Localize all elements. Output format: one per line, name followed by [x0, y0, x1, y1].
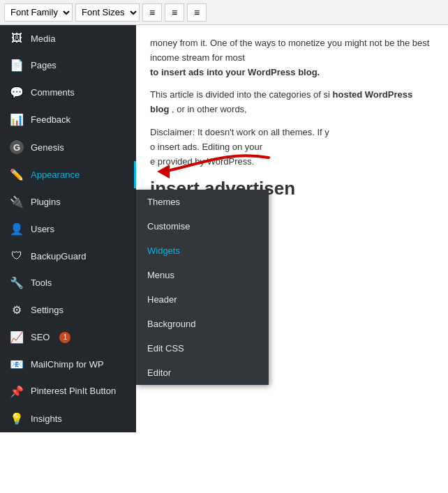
- align-left-button[interactable]: ≡: [142, 3, 162, 22]
- backupguard-icon: 🛡: [10, 250, 24, 262]
- users-icon: 👤: [10, 222, 24, 236]
- sidebar-item-insights[interactable]: 💡 Insights: [0, 405, 136, 432]
- submenu-background[interactable]: Background: [136, 312, 269, 336]
- appearance-submenu: Themes Customise Widgets Menus Header Ba…: [136, 190, 269, 385]
- sidebar-item-appearance[interactable]: ✏️ Appearance: [0, 161, 136, 188]
- sidebar-item-settings[interactable]: ⚙ Settings: [0, 296, 136, 324]
- font-family-select[interactable]: Font Family: [4, 3, 73, 22]
- sidebar-item-label: MailChimp for WP: [31, 359, 104, 370]
- sidebar-item-pages[interactable]: 📄 Pages: [0, 52, 136, 79]
- pinterest-icon: 📌: [10, 385, 24, 398]
- submenu-themes[interactable]: Themes: [136, 190, 269, 214]
- sidebar-item-label: SEO: [31, 332, 50, 342]
- content-para2: This article is divided into the categor…: [150, 88, 434, 117]
- sidebar-item-label: Pinterest PinIt Button: [31, 386, 116, 397]
- sidebar-wrapper: 🖼 Media 📄 Pages 💬 Comments 📊 Feedback G …: [0, 25, 136, 493]
- submenu-editor[interactable]: Editor: [136, 361, 269, 385]
- font-sizes-select[interactable]: Font Sizes: [75, 3, 140, 22]
- submenu-edit-css[interactable]: Edit CSS: [136, 336, 269, 361]
- sidebar-item-tools[interactable]: 🔧 Tools: [0, 269, 136, 296]
- sidebar-item-seo[interactable]: 📈 SEO 1: [0, 324, 136, 351]
- sidebar-item-label: Media: [31, 33, 55, 44]
- sidebar-item-label: Tools: [31, 278, 52, 288]
- sidebar-item-label: Users: [31, 224, 54, 234]
- plugins-icon: 🔌: [10, 195, 24, 208]
- seo-icon: 📈: [10, 331, 24, 344]
- sidebar: 🖼 Media 📄 Pages 💬 Comments 📊 Feedback G …: [0, 25, 136, 432]
- submenu-widgets[interactable]: Widgets: [136, 238, 269, 263]
- content-para1: money from it. One of the ways to moneti…: [150, 36, 434, 79]
- genesis-icon: G: [10, 140, 24, 154]
- feedback-icon: 📊: [10, 113, 24, 126]
- sidebar-item-backupguard[interactable]: 🛡 BackupGuard: [0, 243, 136, 269]
- tools-icon: 🔧: [10, 276, 24, 289]
- sidebar-item-label: Plugins: [31, 197, 61, 207]
- sidebar-item-label: Insights: [31, 414, 62, 424]
- sidebar-item-pinterest[interactable]: 📌 Pinterest PinIt Button: [0, 378, 136, 405]
- appearance-icon: ✏️: [10, 168, 24, 181]
- sidebar-item-mailchimp[interactable]: 📧 MailChimp for WP: [0, 351, 136, 378]
- sidebar-item-feedback[interactable]: 📊 Feedback: [0, 106, 136, 133]
- sidebar-item-users[interactable]: 👤 Users: [0, 215, 136, 243]
- submenu-header[interactable]: Header: [136, 287, 269, 312]
- sidebar-item-label: Comments: [31, 87, 75, 98]
- main-area: 🖼 Media 📄 Pages 💬 Comments 📊 Feedback G …: [0, 25, 448, 493]
- pages-icon: 📄: [10, 59, 24, 72]
- sidebar-item-comments[interactable]: 💬 Comments: [0, 79, 136, 106]
- align-right-button[interactable]: ≡: [187, 3, 207, 22]
- align-center-button[interactable]: ≡: [165, 3, 184, 22]
- sidebar-item-label: BackupGuard: [31, 251, 87, 261]
- seo-badge: 1: [59, 332, 70, 343]
- sidebar-item-label: Feedback: [31, 114, 70, 125]
- sidebar-item-genesis[interactable]: G Genesis: [0, 133, 136, 161]
- media-icon: 🖼: [10, 32, 24, 45]
- mailchimp-icon: 📧: [10, 358, 24, 371]
- editor-toolbar: Font Family Font Sizes ≡ ≡ ≡: [0, 0, 448, 25]
- insights-icon: 💡: [10, 412, 24, 425]
- sidebar-item-media[interactable]: 🖼 Media: [0, 25, 136, 52]
- content-para3: Disclaimer: It doesn't work on all theme…: [150, 126, 434, 169]
- sidebar-item-label: Pages: [31, 60, 57, 70]
- sidebar-item-label: Appearance: [31, 169, 80, 180]
- sidebar-item-label: Genesis: [31, 142, 64, 153]
- comments-icon: 💬: [10, 86, 24, 99]
- settings-icon: ⚙: [10, 303, 24, 317]
- submenu-menus[interactable]: Menus: [136, 263, 269, 287]
- sidebar-item-plugins[interactable]: 🔌 Plugins: [0, 188, 136, 215]
- sidebar-item-label: Settings: [31, 305, 64, 315]
- submenu-customise[interactable]: Customise: [136, 214, 269, 238]
